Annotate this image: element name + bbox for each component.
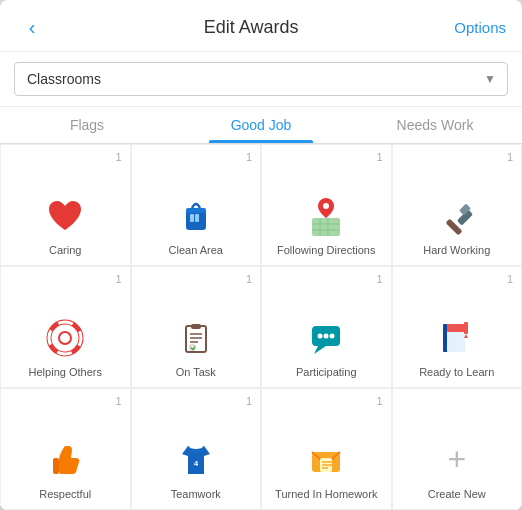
- award-on-task-badge: 1: [246, 273, 252, 285]
- tab-good-job[interactable]: Good Job: [174, 107, 348, 143]
- award-caring-badge: 1: [115, 151, 121, 163]
- award-hard-working-label: Hard Working: [423, 244, 490, 257]
- award-ready-to-learn[interactable]: 1 Ready to Learn: [392, 266, 523, 388]
- award-following-directions[interactable]: 1 Following Directions: [261, 144, 392, 266]
- svg-point-26: [330, 333, 335, 338]
- tab-flags[interactable]: Flags: [0, 107, 174, 143]
- modal-container: ‹ Edit Awards Options Classrooms All Stu…: [0, 0, 522, 510]
- award-turned-in-homework-badge: 1: [376, 395, 382, 407]
- award-clean-area-label: Clean Area: [169, 244, 223, 257]
- svg-rect-16: [186, 326, 206, 352]
- award-participating-label: Participating: [296, 366, 357, 379]
- thumbs-up-icon: [43, 438, 87, 482]
- svg-rect-31: [464, 322, 468, 334]
- awards-grid: 1 Caring 1 Clean Area: [0, 144, 522, 510]
- svg-text:4: 4: [194, 459, 199, 468]
- book-icon: [435, 316, 479, 360]
- award-teamwork-label: Teamwork: [171, 488, 221, 501]
- chat-icon: [304, 316, 348, 360]
- svg-rect-3: [195, 214, 199, 222]
- svg-marker-23: [314, 346, 326, 354]
- award-respectful[interactable]: 1 Respectful: [0, 388, 131, 510]
- award-ready-to-learn-label: Ready to Learn: [419, 366, 494, 379]
- bucket-icon: [174, 194, 218, 238]
- svg-rect-33: [53, 458, 59, 474]
- dropdown-row: Classrooms All Students ▼: [0, 52, 522, 107]
- options-button[interactable]: Options: [454, 19, 506, 36]
- svg-rect-30: [447, 324, 465, 332]
- svg-rect-28: [443, 324, 447, 352]
- svg-rect-1: [186, 208, 206, 213]
- award-create-new-label: Create New: [428, 488, 486, 501]
- award-respectful-badge: 1: [115, 395, 121, 407]
- classroom-dropdown[interactable]: Classrooms All Students: [14, 62, 508, 96]
- award-following-directions-label: Following Directions: [277, 244, 375, 257]
- envelope-icon: [304, 438, 348, 482]
- award-hard-working-badge: 1: [507, 151, 513, 163]
- award-on-task[interactable]: 1 On Task: [131, 266, 262, 388]
- award-ready-to-learn-badge: 1: [507, 273, 513, 285]
- clipboard-icon: [174, 316, 218, 360]
- tab-needs-work[interactable]: Needs Work: [348, 107, 522, 143]
- svg-point-25: [324, 333, 329, 338]
- tabs-bar: Flags Good Job Needs Work: [0, 107, 522, 144]
- award-clean-area[interactable]: 1 Clean Area: [131, 144, 262, 266]
- award-teamwork[interactable]: 1 4 Teamwork: [131, 388, 262, 510]
- award-following-directions-badge: 1: [376, 151, 382, 163]
- lifesaver-icon: [43, 316, 87, 360]
- award-helping-others-label: Helping Others: [29, 366, 102, 379]
- award-helping-others-badge: 1: [115, 273, 121, 285]
- award-clean-area-badge: 1: [246, 151, 252, 163]
- award-on-task-label: On Task: [176, 366, 216, 379]
- award-teamwork-badge: 1: [246, 395, 252, 407]
- award-respectful-label: Respectful: [39, 488, 91, 501]
- back-button[interactable]: ‹: [16, 16, 48, 39]
- award-create-new[interactable]: + Create New: [392, 388, 523, 510]
- heart-icon: [43, 194, 87, 238]
- plus-icon: +: [435, 438, 479, 482]
- award-caring-label: Caring: [49, 244, 81, 257]
- map-pin-icon: [304, 194, 348, 238]
- header: ‹ Edit Awards Options: [0, 0, 522, 52]
- jersey-icon: 4: [174, 438, 218, 482]
- svg-rect-4: [312, 218, 340, 236]
- award-caring[interactable]: 1 Caring: [0, 144, 131, 266]
- svg-point-9: [323, 203, 329, 209]
- hammer-icon: [435, 194, 479, 238]
- award-participating[interactable]: 1 Participating: [261, 266, 392, 388]
- award-participating-badge: 1: [376, 273, 382, 285]
- svg-rect-2: [190, 214, 194, 222]
- page-title: Edit Awards: [204, 17, 299, 38]
- svg-point-24: [318, 333, 323, 338]
- award-turned-in-homework-label: Turned In Homework: [275, 488, 377, 501]
- svg-point-15: [59, 332, 71, 344]
- classroom-dropdown-wrapper: Classrooms All Students ▼: [14, 62, 508, 96]
- svg-rect-17: [191, 324, 201, 329]
- award-helping-others[interactable]: 1 Helping Others: [0, 266, 131, 388]
- award-turned-in-homework[interactable]: 1 Turned In Homework: [261, 388, 392, 510]
- award-hard-working[interactable]: 1 Hard Working: [392, 144, 523, 266]
